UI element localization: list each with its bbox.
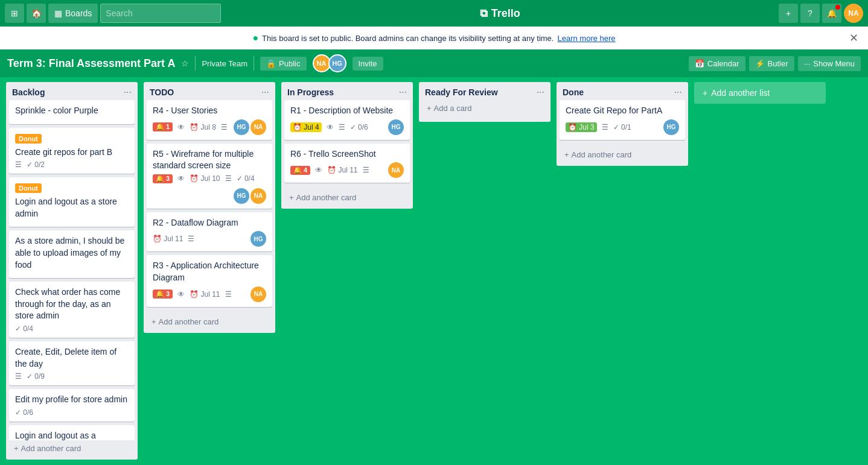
avatar-na: NA xyxy=(251,188,266,204)
avatar-na: NA xyxy=(388,162,404,178)
apps-button[interactable]: 🏠 xyxy=(27,4,46,23)
list-inprogress-title: In Progress xyxy=(287,87,334,97)
card-r2[interactable]: R2 - Dataflow Diagram ⏰ Jul 11 ☰ HG xyxy=(147,212,272,252)
card-r5[interactable]: R5 - Wireframe for multiple standard scr… xyxy=(147,144,272,209)
notice-close-button[interactable]: ✕ xyxy=(849,31,858,45)
card-meta: 🔔 4 👁 ⏰ Jul 11 ☰ NA xyxy=(290,162,404,178)
public-icon: ● xyxy=(252,33,258,43)
card-git-repos[interactable]: Donut Create git repos for part B ☰ ✓ 0/… xyxy=(9,128,135,174)
plus-icon: + xyxy=(289,193,294,202)
card-d1[interactable]: Create Git Repo for PartA ⏰ Jul 3 ☰ ✓ 0/… xyxy=(560,100,685,140)
list-icon: ☰ xyxy=(225,174,232,183)
board-title: Term 3: Final Assessment Part A xyxy=(7,57,175,70)
card-title: Login and logout as a customer xyxy=(15,430,129,440)
card-edit-profile[interactable]: Edit my profile for store admin ✓ 0/6 xyxy=(9,389,135,422)
add-card-button-backlog[interactable]: + Add another card xyxy=(9,440,135,457)
search-input[interactable] xyxy=(100,4,221,23)
checklist-count: ✓ 0/4 xyxy=(15,324,33,333)
list-rfr-title: Ready For Review xyxy=(425,87,498,97)
star-button[interactable]: ☆ xyxy=(181,59,189,68)
add-list-button[interactable]: + Add another list xyxy=(694,82,826,104)
plus-icon: + xyxy=(564,150,569,159)
butler-icon: ⚡ xyxy=(755,59,765,68)
show-menu-button[interactable]: ··· Show Menu xyxy=(798,56,861,71)
plus-icon: + xyxy=(14,444,19,453)
list-todo-title: TODO xyxy=(150,87,174,97)
card-title: Create git repos for part B xyxy=(15,147,129,159)
add-button[interactable]: + xyxy=(779,4,798,23)
card-upload-images[interactable]: As a store admin, I should be able to up… xyxy=(9,230,135,278)
list-todo-header: TODO ··· xyxy=(144,82,275,100)
add-card-label: Add another card xyxy=(159,317,219,326)
avatar-na: NA xyxy=(251,286,266,302)
card-meta: ✓ 0/6 xyxy=(15,408,129,417)
card-login-store-admin[interactable]: Donut Login and logout as a store admin xyxy=(9,177,135,227)
card-avatars: NA xyxy=(388,162,404,178)
boards-button[interactable]: ▦ Boards xyxy=(48,4,98,23)
add-card-button-inprogress[interactable]: + Add another card xyxy=(284,189,410,206)
checklist-count: ✓ 0/9 xyxy=(27,372,45,381)
due-date: ⏰ Jul 10 xyxy=(190,174,220,183)
add-card-button-todo[interactable]: + Add another card xyxy=(147,314,272,330)
invite-button[interactable]: Invite xyxy=(353,57,383,71)
card-meta: ☰ ✓ 0/9 xyxy=(15,372,129,381)
notice-link[interactable]: Learn more here xyxy=(557,34,615,43)
card-title: R5 - Wireframe for multiple standard scr… xyxy=(153,148,266,172)
card-create-edit-delete[interactable]: Create, Edit, Delete item of the day ☰ ✓… xyxy=(9,341,135,385)
calendar-button[interactable]: 📅 Calendar xyxy=(689,56,745,71)
butler-button[interactable]: ⚡ Butler xyxy=(749,56,794,71)
card-r1[interactable]: R1 - Description of Website ⏰ Jul 4 👁 ☰ … xyxy=(284,100,410,140)
list-backlog-menu-button[interactable]: ··· xyxy=(124,87,132,98)
boards-label: Boards xyxy=(65,8,92,18)
card-meta: ✓ 0/4 xyxy=(15,324,129,333)
visibility-button[interactable]: 🔒 Public xyxy=(260,57,306,71)
add-list-label: Add another list xyxy=(711,88,770,98)
card-avatars: HG NA xyxy=(234,119,266,135)
list-backlog-cards: Sprinkle - color Purple Donut Create git… xyxy=(6,100,138,440)
user-avatar[interactable]: NA xyxy=(844,4,863,23)
due-date: ⏰ Jul 11 xyxy=(153,235,183,243)
add-card-button-done[interactable]: + Add another card xyxy=(560,147,685,163)
alert-badge: 🔔 3 xyxy=(153,289,173,299)
boards-icon: ▦ xyxy=(54,8,62,18)
list-rfr-menu-button[interactable]: ··· xyxy=(537,87,544,98)
checklist-count: ✓ 0/1 xyxy=(613,123,631,131)
card-title: Create Git Repo for PartA xyxy=(566,105,679,117)
list-todo-menu-button[interactable]: ··· xyxy=(261,87,269,98)
notifications-button[interactable]: 🔔 xyxy=(822,4,841,23)
list-icon: ☰ xyxy=(339,123,345,131)
card-login-customer[interactable]: Login and logout as a customer xyxy=(9,425,135,440)
notification-badge xyxy=(835,5,840,10)
top-nav: ⊞ 🏠 ▦ Boards ⧉ Trello + ? 🔔 NA xyxy=(0,0,868,27)
card-r6[interactable]: R6 - Trello ScreenShot 🔔 4 👁 ⏰ Jul 11 ☰ … xyxy=(284,144,410,183)
list-inprogress-cards: R1 - Description of Website ⏰ Jul 4 👁 ☰ … xyxy=(281,100,413,189)
list-inprogress-menu-button[interactable]: ··· xyxy=(399,87,407,98)
list-done-menu-button[interactable]: ··· xyxy=(674,87,682,98)
add-card-inline-rfr[interactable]: + Add a card xyxy=(422,100,547,116)
card-check-orders[interactable]: Check what order has come through for th… xyxy=(9,282,135,338)
card-sprinkle[interactable]: Sprinkle - color Purple xyxy=(9,100,135,124)
checklist-count: ✓ 0/6 xyxy=(15,408,33,417)
add-card-label: Add a card xyxy=(434,104,472,113)
plus-icon: + xyxy=(703,88,707,98)
notice-bar: ● This board is set to public. Board adm… xyxy=(0,27,868,49)
checklist-count: ✓ 0/6 xyxy=(350,123,368,131)
alert-badge: 🔔 4 xyxy=(290,166,310,175)
card-avatars: HG NA xyxy=(234,188,266,204)
checklist-meta: ☰ xyxy=(15,160,22,169)
card-title: R6 - Trello ScreenShot xyxy=(290,148,404,160)
watch-icon: 👁 xyxy=(177,174,185,183)
card-r4[interactable]: R4 - User Stories 🔔 1 👁 ⏰ Jul 8 ☰ HG NA xyxy=(147,100,272,140)
plus-icon: + xyxy=(152,317,156,326)
card-r3[interactable]: R3 - Application Architecture Diagram 🔔 … xyxy=(147,255,272,306)
avatar-hg: HG xyxy=(251,231,266,247)
list-inprogress-header: In Progress ··· xyxy=(281,82,413,100)
list-icon: ☰ xyxy=(15,372,22,381)
trello-logo: ⧉ Trello xyxy=(223,7,776,20)
card-meta: ⏰ Jul 11 ☰ HG xyxy=(153,231,266,247)
card-label-donut: Donut xyxy=(15,183,42,193)
card-title: Edit my profile for store admin xyxy=(15,394,129,406)
help-button[interactable]: ? xyxy=(800,4,820,23)
member-avatar-hg[interactable]: HG xyxy=(328,54,346,72)
home-button[interactable]: ⊞ xyxy=(5,4,24,23)
